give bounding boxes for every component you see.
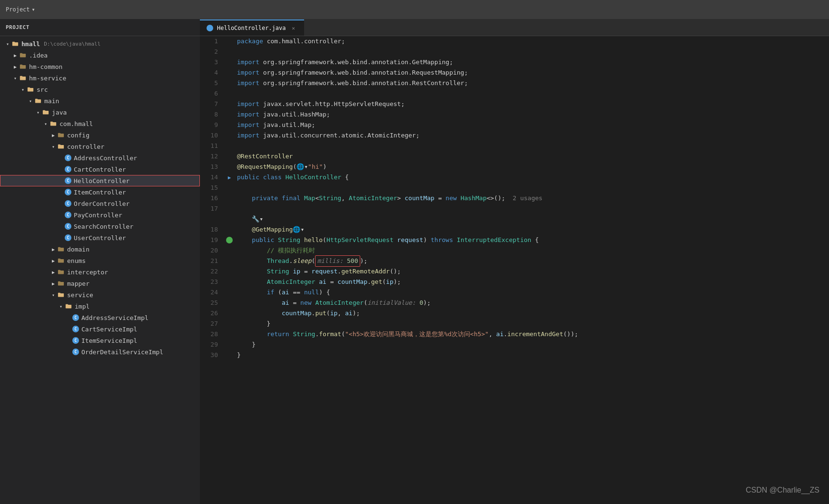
line-number-14: 14 bbox=[204, 172, 218, 183]
line-number-18: 18 bbox=[204, 224, 218, 235]
sidebar-item-PayController[interactable]: CPayController bbox=[0, 209, 200, 221]
gutter-25 bbox=[224, 298, 235, 308]
code-token: String bbox=[267, 266, 293, 277]
sidebar-item-idea[interactable]: ▶.idea bbox=[0, 49, 200, 61]
line-number-17: 17 bbox=[204, 204, 218, 214]
code-token bbox=[237, 277, 267, 287]
code-token: { bbox=[535, 235, 539, 245]
tree-item-label: hmall bbox=[21, 40, 40, 48]
line-number-27: 27 bbox=[204, 319, 218, 329]
code-token: AtomicInteger bbox=[315, 298, 364, 308]
code-token: HashMap bbox=[461, 193, 487, 204]
class-icon: C bbox=[65, 234, 71, 241]
sidebar-item-ItemServiceImpl[interactable]: CItemServiceImpl bbox=[0, 335, 200, 346]
code-token: String bbox=[293, 329, 315, 339]
tab-hello-controller[interactable]: HelloController.java ✕ bbox=[200, 19, 304, 36]
sidebar-item-interceptor[interactable]: ▶interceptor bbox=[0, 266, 200, 278]
folder-icon bbox=[19, 63, 27, 70]
gutter-17 bbox=[224, 204, 235, 214]
code-content[interactable]: 1234567891011121314151617181920212223242… bbox=[200, 36, 829, 504]
tree-item-label: interceptor bbox=[67, 269, 108, 276]
sidebar-item-enums[interactable]: ▶enums bbox=[0, 255, 200, 266]
code-token: 🌐 bbox=[296, 162, 304, 172]
code-token: final bbox=[282, 193, 304, 204]
code-token: ( bbox=[326, 308, 330, 319]
sidebar-item-AddressController[interactable]: CAddressController bbox=[0, 152, 200, 164]
line-number-29: 29 bbox=[204, 339, 218, 350]
code-token: 🌐 bbox=[293, 224, 300, 235]
folder-icon bbox=[57, 257, 65, 264]
code-token: org.springframework.web.bind.annotation.… bbox=[263, 57, 453, 68]
code-token: = bbox=[289, 298, 300, 308]
sidebar-item-hmall[interactable]: ▾hmallD:\code\java\hmall bbox=[0, 38, 200, 49]
sidebar-item-AddressServiceImpl[interactable]: CAddressServiceImpl bbox=[0, 312, 200, 323]
sidebar-item-hm-service[interactable]: ▾hm-service bbox=[0, 72, 200, 84]
class-icon: C bbox=[65, 177, 71, 184]
code-token: ( bbox=[323, 235, 326, 245]
sidebar-item-HelloController[interactable]: CHelloController bbox=[0, 175, 200, 186]
tree-item-label: com.hmall bbox=[59, 120, 93, 127]
code-token: "<h5>欢迎访问黑马商城，这是您第%d次访问<h5>" bbox=[345, 329, 489, 339]
sidebar-item-controller[interactable]: ▾controller bbox=[0, 141, 200, 152]
line-number-4: 4 bbox=[204, 68, 218, 78]
sidebar-item-src[interactable]: ▾src bbox=[0, 84, 200, 95]
code-token: InterruptedException bbox=[457, 235, 535, 245]
tab-close-button[interactable]: ✕ bbox=[290, 24, 297, 32]
tree-item-label: OrderController bbox=[74, 200, 129, 207]
line-numbers: 1234567891011121314151617181920212223242… bbox=[200, 36, 224, 504]
code-token: ai bbox=[496, 329, 504, 339]
gutter-3 bbox=[224, 57, 235, 68]
sidebar-item-CartController[interactable]: CCartController bbox=[0, 164, 200, 175]
sidebar-item-OrderDetailServiceImpl[interactable]: COrderDetailServiceImpl bbox=[0, 346, 200, 358]
gutter-5 bbox=[224, 78, 235, 88]
code-token: ▾ bbox=[300, 224, 304, 235]
gutter-14: ▶ bbox=[224, 172, 235, 183]
code-token: (); bbox=[390, 266, 401, 277]
code-token: = bbox=[326, 277, 337, 287]
tree-item-label: OrderDetailServiceImpl bbox=[81, 349, 163, 356]
code-token: = bbox=[300, 266, 311, 277]
sidebar-item-UserController[interactable]: CUserController bbox=[0, 232, 200, 243]
tree-arrow-icon: ▶ bbox=[49, 281, 57, 286]
gutter-7 bbox=[224, 99, 235, 109]
code-token bbox=[237, 224, 252, 235]
code-token: "hi" bbox=[308, 162, 323, 172]
arrow-icon: ▶ bbox=[228, 174, 231, 181]
code-token: HelloController bbox=[286, 172, 345, 183]
code-token: ai bbox=[282, 287, 289, 298]
code-token: import bbox=[237, 109, 263, 120]
sidebar-item-config[interactable]: ▶config bbox=[0, 129, 200, 141]
sidebar-item-service[interactable]: ▾service bbox=[0, 289, 200, 300]
sidebar-item-mapper[interactable]: ▶mapper bbox=[0, 278, 200, 289]
code-token: null bbox=[304, 287, 319, 298]
sidebar-item-SearchController[interactable]: CSearchController bbox=[0, 221, 200, 232]
code-line-26: countMap.put(ip, ai); bbox=[237, 308, 829, 319]
sidebar-item-domain[interactable]: ▶domain bbox=[0, 243, 200, 255]
sidebar-item-main[interactable]: ▾main bbox=[0, 95, 200, 107]
sidebar-item-com-hmall[interactable]: ▾com.hmall bbox=[0, 118, 200, 129]
tab-icon bbox=[207, 25, 213, 31]
sidebar-item-java[interactable]: ▾java bbox=[0, 107, 200, 118]
sidebar-item-ItemController[interactable]: CItemController bbox=[0, 186, 200, 198]
sidebar-tree[interactable]: ▾hmallD:\code\java\hmall▶.idea▶hm-common… bbox=[0, 36, 200, 504]
code-token: countMap bbox=[337, 277, 367, 287]
code-line-9: import java.util.Map; bbox=[237, 120, 829, 130]
sidebar: Project ▾hmallD:\code\java\hmall▶.idea▶h… bbox=[0, 19, 200, 504]
project-dropdown[interactable]: Project ▾ bbox=[6, 6, 35, 13]
code-line-27: } bbox=[237, 319, 829, 329]
line-number-26: 26 bbox=[204, 308, 218, 319]
sidebar-item-hm-common[interactable]: ▶hm-common bbox=[0, 61, 200, 72]
tree-item-label: AddressController bbox=[74, 155, 137, 162]
sidebar-item-OrderController[interactable]: COrderController bbox=[0, 198, 200, 209]
gutter-17.5 bbox=[224, 214, 235, 224]
sidebar-item-impl[interactable]: ▾impl bbox=[0, 300, 200, 312]
gutter-23 bbox=[224, 277, 235, 287]
code-line-24: if (ai == null) { bbox=[237, 287, 829, 298]
gutter-8 bbox=[224, 109, 235, 120]
code-token bbox=[237, 256, 267, 266]
sidebar-item-CartServiceImpl[interactable]: CCartServiceImpl bbox=[0, 323, 200, 335]
code-token: hello bbox=[304, 235, 323, 245]
tree-item-label: CartServiceImpl bbox=[81, 326, 137, 333]
tree-item-label: enums bbox=[67, 257, 86, 264]
code-token: java.util.Map; bbox=[263, 120, 316, 130]
